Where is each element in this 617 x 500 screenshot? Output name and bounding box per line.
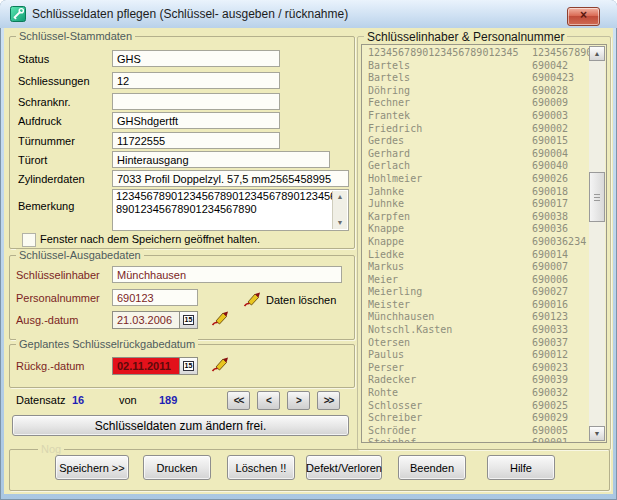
list-item[interactable]: Steinhof 690001	[362, 437, 589, 442]
list-item-number: 690029	[532, 412, 589, 425]
aufdruck-label: Aufdruck	[18, 115, 61, 127]
list-item-number: 690005	[532, 425, 589, 438]
unlock-edit-button[interactable]: Schlüsseldaten zum ändern frei.	[12, 415, 349, 436]
keep-open-checkbox-label: Fenster nach dem Speichern geöffnet halt…	[40, 233, 260, 245]
list-item[interactable]: Hohlmeier 690026	[362, 173, 589, 186]
next-record-button[interactable]: >	[287, 391, 310, 410]
list-item[interactable]: Frantek 690003	[362, 110, 589, 123]
group-rueckgabedatum-label: Geplantes Schlüsselrückgabedatum	[16, 338, 198, 350]
list-item[interactable]: Friedrich 690002	[362, 123, 589, 136]
help-button[interactable]: Hilfe	[487, 455, 555, 480]
bemerkung-textarea[interactable]: 1234567890123456789012345678901234567 89…	[112, 189, 349, 231]
list-item[interactable]: Markus 690007	[362, 261, 589, 274]
save-button[interactable]: Speichern >>	[55, 455, 129, 480]
list-item-name: Gerlach	[368, 160, 532, 173]
last-record-button[interactable]: >>	[317, 391, 340, 410]
group-inhaber-liste-label: Schlüsselinhaber & Personalnummer	[364, 30, 567, 44]
title-bar[interactable]: Schlüsseldaten pflegen (Schlüssel- ausge…	[0, 0, 617, 28]
scrollbar-thumb[interactable]	[589, 172, 605, 222]
list-item-name: Münchhausen	[368, 311, 532, 324]
list-item[interactable]: Fechner 690009	[362, 97, 589, 110]
list-item[interactable]: Juhnke 690017	[362, 198, 589, 211]
close-button[interactable]: ×	[567, 7, 600, 26]
zylinderdaten-input[interactable]	[112, 170, 349, 187]
list-item[interactable]: Paulus 690012	[362, 349, 589, 362]
scroll-down-icon[interactable]: ▼	[333, 217, 347, 229]
list-item[interactable]: Gerdes 690015	[362, 135, 589, 148]
list-item-number: 690123	[532, 311, 589, 324]
inhaber-input[interactable]	[112, 266, 342, 283]
eraser-icon[interactable]	[210, 309, 230, 326]
list-item-name: Meister	[368, 299, 532, 312]
list-item[interactable]: Knappe 690036	[362, 223, 589, 236]
list-item-name: Schlosser	[368, 400, 532, 413]
keep-open-checkbox[interactable]	[22, 233, 36, 247]
print-button[interactable]: Drucken	[143, 455, 211, 480]
personalnummer-input[interactable]	[112, 289, 198, 306]
inhaber-list-rows: 1234567890123456789012345 1234567890 Bar…	[362, 47, 589, 442]
list-item[interactable]: Perser 690023	[362, 362, 589, 375]
inhaber-listbox[interactable]: 1234567890123456789012345 1234567890 Bar…	[361, 44, 607, 443]
list-item-number: 690037	[532, 337, 589, 350]
list-item[interactable]: Otersen 690037	[362, 337, 589, 350]
app-window: Schlüsseldaten pflegen (Schlüssel- ausge…	[0, 0, 617, 500]
prev-record-button[interactable]: <	[257, 391, 280, 410]
list-item[interactable]: Rohte 690032	[362, 387, 589, 400]
calendar-button[interactable]: 15	[179, 312, 197, 328]
calendar-button[interactable]: 15	[179, 358, 197, 374]
group-ausgabedaten-label: Schlüssel-Ausgabedaten	[16, 249, 144, 261]
list-item[interactable]: Liedke 690014	[362, 249, 589, 262]
delete-button[interactable]: Löschen !!	[227, 455, 295, 480]
ausg-datum-field[interactable]: 21.03.2006 15	[112, 311, 198, 329]
list-item[interactable]: Münchhausen 690123	[362, 311, 589, 324]
aufdruck-input[interactable]	[112, 112, 280, 129]
list-item-name: Gerhard	[368, 148, 532, 161]
tuernummer-input[interactable]	[112, 132, 280, 149]
list-item-number: 690036234	[532, 236, 589, 249]
list-item-number: 690023	[532, 362, 589, 375]
list-item[interactable]: Schlosser 690025	[362, 400, 589, 413]
list-item[interactable]: Gerhard 690004	[362, 148, 589, 161]
list-item[interactable]: Schröder 690005	[362, 425, 589, 438]
list-item[interactable]: Gerlach 690040	[362, 160, 589, 173]
list-item[interactable]: Meister 690016	[362, 299, 589, 312]
list-item[interactable]: Jahnke 690018	[362, 186, 589, 199]
scroll-up-icon[interactable]: ▲	[589, 46, 605, 61]
list-item-number: 690042	[532, 60, 589, 73]
list-items: Bartels 690042 Bartels 6900423 Döhring 6…	[362, 60, 589, 442]
list-item-number: 690040	[532, 160, 589, 173]
scroll-up-icon[interactable]: ▲	[333, 191, 347, 203]
rueckg-datum-field[interactable]: 02.11.2011 15	[112, 357, 198, 375]
list-item[interactable]: Meierling 690027	[362, 286, 589, 299]
calendar-icon: 15	[183, 361, 195, 371]
record-current: 16	[72, 394, 84, 406]
defect-lost-button[interactable]: Defekt/Verloren	[306, 455, 382, 480]
schliessungen-input[interactable]	[112, 72, 280, 89]
scroll-down-icon[interactable]: ▼	[589, 426, 605, 441]
eraser-icon[interactable]	[242, 290, 262, 307]
list-scrollbar[interactable]: ▲ ▼	[589, 46, 605, 441]
schranknr-input[interactable]	[112, 93, 280, 110]
list-item[interactable]: Bartels 690042	[362, 60, 589, 73]
list-item-name: Otersen	[368, 337, 532, 350]
list-item[interactable]: Notschl.Kasten 690033	[362, 324, 589, 337]
first-record-button[interactable]: <<	[227, 391, 250, 410]
list-item-number: 690003	[532, 110, 589, 123]
list-item-name: Bartels	[368, 60, 532, 73]
exit-button[interactable]: Beenden	[398, 455, 466, 480]
list-item[interactable]: Radecker 690039	[362, 374, 589, 387]
bemerkung-scrollbar[interactable]: ▲ ▼	[332, 191, 347, 229]
tuerort-input[interactable]	[112, 151, 330, 168]
list-item[interactable]: Bartels 6900423	[362, 72, 589, 85]
personalnummer-label: Personalnummer	[16, 292, 100, 304]
list-item[interactable]: Döhring 690028	[362, 85, 589, 98]
record-total: 189	[159, 394, 177, 406]
list-item-name: Döhring	[368, 85, 532, 98]
list-item[interactable]: Knappe 690036234	[362, 236, 589, 249]
list-item-number: 690026	[532, 173, 589, 186]
status-input[interactable]	[112, 50, 280, 67]
list-item[interactable]: Schreiber 690029	[362, 412, 589, 425]
eraser-icon[interactable]	[210, 355, 230, 372]
list-item[interactable]: Meier 690006	[362, 274, 589, 287]
list-item[interactable]: Karpfen 690038	[362, 211, 589, 224]
